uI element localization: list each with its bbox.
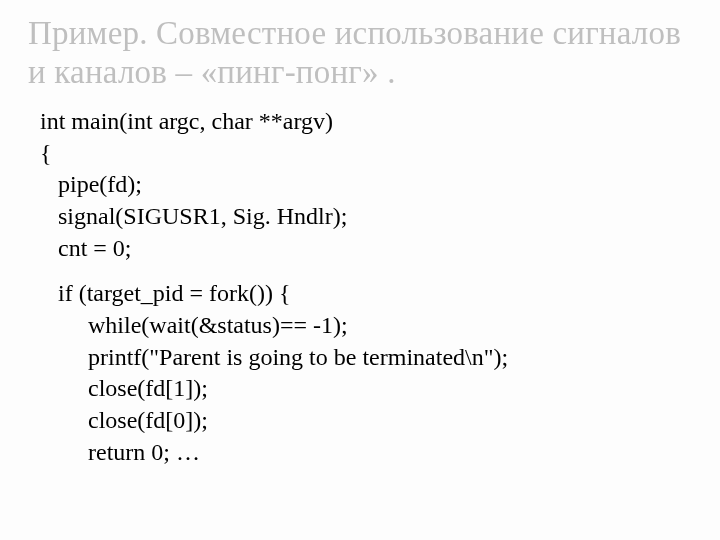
slide: Пример. Совместное использование сигнало… (0, 0, 720, 540)
code-block-1: int main(int argc, char **argv) { pipe(f… (28, 106, 692, 264)
slide-title: Пример. Совместное использование сигнало… (28, 14, 692, 92)
code-block-2: if (target_pid = fork()) { while(wait(&s… (28, 278, 692, 468)
